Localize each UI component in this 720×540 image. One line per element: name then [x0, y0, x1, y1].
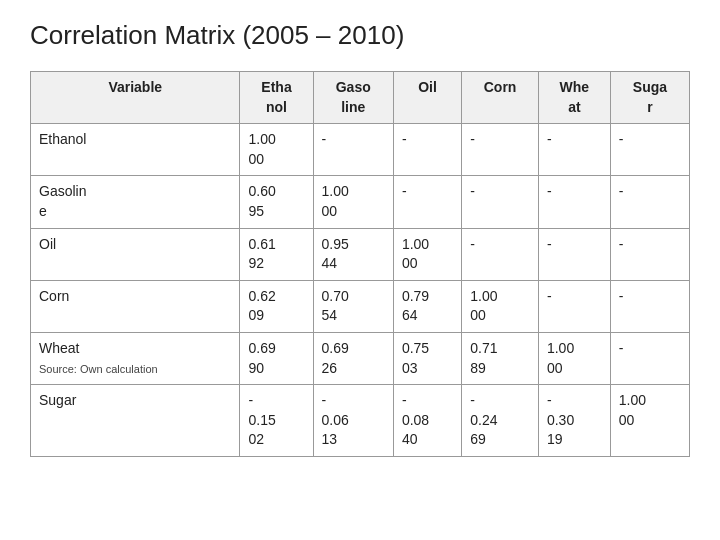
cell-corn-wheat: - — [538, 280, 610, 332]
cell-wheat-ethanol: 0.6990 — [240, 332, 313, 384]
row-label-sugar: Sugar — [31, 385, 240, 457]
col-header-wheat: Wheat — [538, 72, 610, 124]
cell-oil-sugar: - — [610, 228, 689, 280]
cell-corn-sugar: - — [610, 280, 689, 332]
cell-ethanol-corn: - — [462, 124, 539, 176]
cell-ethanol-sugar: - — [610, 124, 689, 176]
table-row: Gasoline 0.6095 1.0000 - - - - — [31, 176, 690, 228]
cell-wheat-wheat: 1.0000 — [538, 332, 610, 384]
row-label-corn: Corn — [31, 280, 240, 332]
cell-wheat-gasoline: 0.6926 — [313, 332, 393, 384]
cell-sugar-wheat: -0.3019 — [538, 385, 610, 457]
table-row: Ethanol 1.0000 - - - - - — [31, 124, 690, 176]
cell-oil-gasoline: 0.9544 — [313, 228, 393, 280]
cell-oil-oil: 1.0000 — [393, 228, 461, 280]
cell-sugar-gasoline: -0.0613 — [313, 385, 393, 457]
row-label-ethanol: Ethanol — [31, 124, 240, 176]
col-header-gasoline: Gasoline — [313, 72, 393, 124]
cell-ethanol-oil: - — [393, 124, 461, 176]
cell-wheat-oil: 0.7503 — [393, 332, 461, 384]
source-note-inline: Source: Own calculation — [39, 363, 158, 375]
cell-corn-oil: 0.7964 — [393, 280, 461, 332]
cell-gasoline-ethanol: 0.6095 — [240, 176, 313, 228]
col-header-oil: Oil — [393, 72, 461, 124]
cell-oil-ethanol: 0.6192 — [240, 228, 313, 280]
col-header-sugar: Sugar — [610, 72, 689, 124]
col-header-ethanol: Ethanol — [240, 72, 313, 124]
table-row: WheatSource: Own calculation 0.6990 0.69… — [31, 332, 690, 384]
cell-oil-wheat: - — [538, 228, 610, 280]
cell-wheat-sugar: - — [610, 332, 689, 384]
table-row: Oil 0.6192 0.9544 1.0000 - - - — [31, 228, 690, 280]
correlation-matrix-table: Variable Ethanol Gasoline Oil Corn Wheat… — [30, 71, 690, 457]
col-header-corn: Corn — [462, 72, 539, 124]
cell-sugar-corn: -0.2469 — [462, 385, 539, 457]
cell-gasoline-corn: - — [462, 176, 539, 228]
table-row: Sugar -0.1502 -0.0613 -0.0840 -0.2469 -0… — [31, 385, 690, 457]
cell-sugar-ethanol: -0.1502 — [240, 385, 313, 457]
cell-gasoline-gasoline: 1.0000 — [313, 176, 393, 228]
page-title: Correlation Matrix (2005 – 2010) — [30, 20, 690, 51]
cell-corn-ethanol: 0.6209 — [240, 280, 313, 332]
cell-ethanol-gasoline: - — [313, 124, 393, 176]
cell-ethanol-wheat: - — [538, 124, 610, 176]
cell-corn-gasoline: 0.7054 — [313, 280, 393, 332]
row-label-oil: Oil — [31, 228, 240, 280]
cell-oil-corn: - — [462, 228, 539, 280]
cell-corn-corn: 1.0000 — [462, 280, 539, 332]
cell-wheat-corn: 0.7189 — [462, 332, 539, 384]
row-label-gasoline: Gasoline — [31, 176, 240, 228]
cell-sugar-sugar: 1.0000 — [610, 385, 689, 457]
table-row: Corn 0.6209 0.7054 0.7964 1.0000 - - — [31, 280, 690, 332]
cell-sugar-oil: -0.0840 — [393, 385, 461, 457]
cell-gasoline-sugar: - — [610, 176, 689, 228]
row-label-wheat: WheatSource: Own calculation — [31, 332, 240, 384]
cell-gasoline-oil: - — [393, 176, 461, 228]
col-header-variable: Variable — [31, 72, 240, 124]
cell-ethanol-ethanol: 1.0000 — [240, 124, 313, 176]
cell-gasoline-wheat: - — [538, 176, 610, 228]
